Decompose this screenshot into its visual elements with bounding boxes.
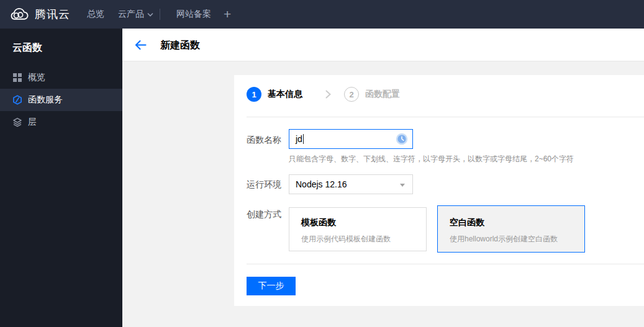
sidebar-item-layers[interactable]: 层 bbox=[0, 111, 122, 133]
divider bbox=[247, 264, 644, 264]
runtime-select[interactable]: Nodejs 12.16 bbox=[289, 174, 413, 194]
select-caret-icon bbox=[400, 184, 405, 187]
nav-overview[interactable]: 总览 bbox=[87, 0, 104, 29]
top-navbar: 腾讯云 总览 云产品 网站备案 + bbox=[0, 0, 644, 29]
clock-pending-icon bbox=[396, 133, 408, 145]
create-function-panel: 1 基本信息 2 函数配置 函数名称 jd bbox=[234, 75, 644, 306]
sidebar-item-label: 层 bbox=[28, 117, 37, 128]
nav-products[interactable]: 云产品 bbox=[118, 0, 153, 29]
sidebar-title: 云函数 bbox=[0, 29, 122, 55]
step-chevron-icon bbox=[325, 90, 331, 99]
step-2-circle: 2 bbox=[344, 87, 359, 102]
screen: 腾讯云 总览 云产品 网站备案 + 云函数 概览 bbox=[0, 0, 644, 327]
function-name-value: jd bbox=[296, 134, 302, 144]
method-card-blank-selected[interactable]: 空白函数 使用helloworld示例创建空白函数 bbox=[437, 205, 585, 253]
method-card-title: 空白函数 bbox=[450, 217, 573, 228]
nav-icp[interactable]: 网站备案 bbox=[176, 0, 211, 29]
page-title: 新建函数 bbox=[160, 39, 200, 52]
nav-divider bbox=[160, 9, 160, 20]
step-2-label: 函数配置 bbox=[365, 89, 400, 100]
runtime-selected-value: Nodejs 12.16 bbox=[296, 179, 347, 189]
sidebar-item-label: 概览 bbox=[28, 72, 45, 83]
method-card-title: 模板函数 bbox=[301, 217, 414, 228]
grid-icon bbox=[12, 73, 22, 83]
method-card-desc: 使用helloworld示例创建空白函数 bbox=[450, 234, 573, 244]
brand-name: 腾讯云 bbox=[35, 7, 70, 22]
add-tab-icon[interactable]: + bbox=[224, 0, 231, 29]
function-name-input[interactable]: jd bbox=[289, 129, 413, 149]
step-1-label: 基本信息 bbox=[268, 89, 302, 100]
function-hexagon-icon bbox=[12, 95, 22, 105]
next-step-button[interactable]: 下一步 bbox=[247, 277, 296, 295]
create-method-label: 创建方式 bbox=[247, 209, 281, 220]
step-1-circle: 1 bbox=[247, 87, 261, 102]
method-card-template[interactable]: 模板函数 使用示例代码模板创建函数 bbox=[289, 207, 427, 251]
step-wizard: 1 基本信息 2 函数配置 bbox=[247, 87, 400, 102]
sidebar: 云函数 概览 函数服务 bbox=[0, 29, 122, 327]
sidebar-menu: 概览 函数服务 层 bbox=[0, 66, 122, 133]
layers-icon bbox=[12, 117, 22, 127]
runtime-label: 运行环境 bbox=[247, 179, 281, 190]
sidebar-item-overview[interactable]: 概览 bbox=[0, 66, 122, 89]
text-caret bbox=[303, 134, 304, 144]
function-name-label: 函数名称 bbox=[247, 135, 281, 146]
brand-home-link[interactable]: 腾讯云 bbox=[9, 0, 70, 29]
divider bbox=[247, 117, 644, 117]
method-card-desc: 使用示例代码模板创建函数 bbox=[301, 234, 414, 244]
sidebar-item-function-service[interactable]: 函数服务 bbox=[0, 89, 122, 111]
back-arrow-icon[interactable] bbox=[135, 40, 147, 51]
page-header: 新建函数 bbox=[122, 29, 644, 61]
function-name-helper: 只能包含字母、数字、下划线、连字符，以字母开头，以数字或字母结尾，2~60个字符 bbox=[289, 154, 574, 164]
content-area: 1 基本信息 2 函数配置 函数名称 jd bbox=[122, 61, 644, 327]
tencent-cloud-logo-icon bbox=[9, 7, 29, 22]
sidebar-item-label: 函数服务 bbox=[28, 94, 63, 105]
chevron-down-icon bbox=[147, 12, 153, 17]
nav-products-label: 云产品 bbox=[118, 9, 144, 20]
